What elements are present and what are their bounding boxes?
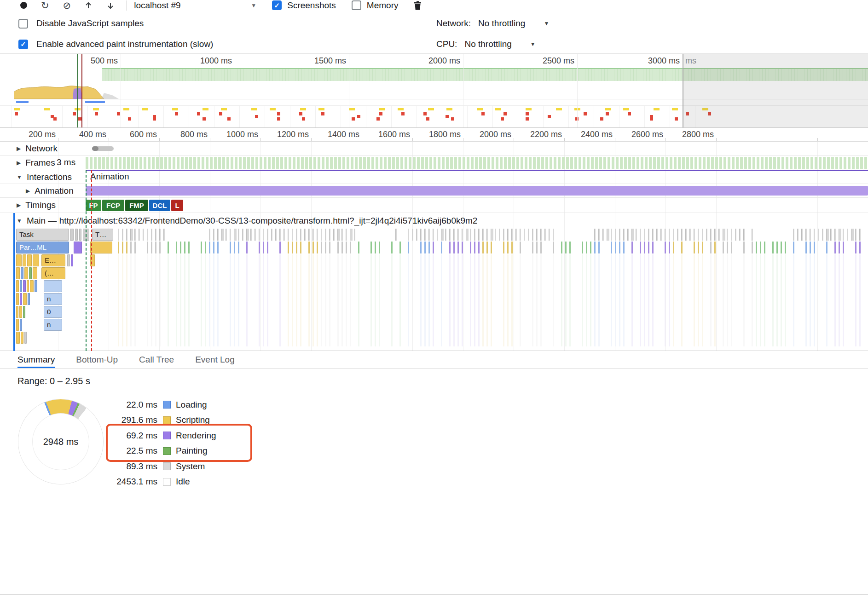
flame-event-tick[interactable] [213, 242, 214, 253]
expand-arrow-icon[interactable]: ▶ [26, 188, 30, 194]
flame-task-tick[interactable] [710, 229, 712, 241]
flame-mini-bar[interactable] [21, 332, 23, 344]
timing-badge-fmp[interactable]: FMP [125, 200, 148, 211]
flame-event-tick[interactable] [553, 242, 554, 253]
flame-task-tick[interactable] [420, 229, 422, 241]
flame-event-tick[interactable] [234, 242, 235, 253]
flame-task-tick[interactable] [640, 229, 641, 241]
flame-task-tick[interactable] [636, 229, 637, 241]
flame-task-tick[interactable] [445, 229, 446, 241]
tab-summary[interactable]: Summary [17, 351, 55, 368]
screenshot-thumbnail[interactable] [62, 106, 87, 128]
flame-event-tick[interactable] [292, 242, 293, 253]
flame-task-tick[interactable] [354, 229, 355, 241]
flame-task-tick[interactable] [312, 229, 314, 241]
flame-event-tick[interactable] [180, 242, 181, 253]
screenshot-thumbnail[interactable] [37, 106, 62, 128]
flame-event-tick[interactable] [126, 242, 127, 253]
flame-task-tick[interactable] [416, 229, 417, 241]
flame-task-tick[interactable] [122, 229, 123, 241]
flame-event-tick[interactable] [859, 242, 861, 253]
flame-task-tick[interactable] [337, 229, 340, 241]
flame-mini-bar[interactable] [35, 280, 37, 292]
flame-mini-bar[interactable] [28, 293, 30, 305]
flame-event-tick[interactable] [312, 242, 314, 253]
flame-event-tick[interactable] [350, 242, 351, 253]
screenshots-checkbox[interactable]: ✓ [272, 0, 282, 10]
reload-icon[interactable]: ↻ [41, 0, 49, 10]
flame-event-tick[interactable] [482, 242, 484, 253]
flame-task-tick[interactable] [685, 229, 687, 241]
flame-event-tick[interactable] [428, 242, 430, 253]
flame-task-tick[interactable] [631, 229, 634, 241]
flame-task-tick[interactable] [470, 229, 471, 241]
flame-task-tick[interactable] [482, 229, 484, 241]
track-main-header[interactable]: ▼Main — http://localhost:63342/FrontendD… [0, 213, 868, 229]
flame-task-tick[interactable] [673, 229, 674, 241]
tab-call-tree[interactable]: Call Tree [139, 351, 174, 368]
animation-bar[interactable] [86, 186, 868, 196]
flame-task-tick[interactable] [540, 229, 542, 241]
flame-parse-html-bar[interactable]: Par…ML [16, 242, 69, 253]
flame-event-tick[interactable] [238, 242, 239, 253]
flame-event-tick[interactable] [267, 242, 268, 253]
flame-task-tick[interactable] [656, 229, 658, 241]
flame-task-tick[interactable] [478, 229, 480, 241]
flame-event-tick[interactable] [391, 242, 393, 253]
flame-mini-bar[interactable] [67, 254, 70, 266]
flame-task-tick[interactable] [217, 229, 219, 241]
flame-event-tick[interactable] [756, 242, 757, 253]
flame-task-tick[interactable] [602, 229, 604, 241]
flame-event-tick[interactable] [279, 242, 281, 253]
flame-mini-bar[interactable] [23, 280, 26, 292]
flame-task-tick[interactable] [441, 229, 444, 241]
flame-task-tick[interactable] [752, 229, 753, 241]
flame-task-tick[interactable] [428, 229, 430, 241]
flame-event-tick[interactable] [752, 242, 753, 253]
flame-event-tick[interactable] [329, 242, 330, 253]
flame-event-tick[interactable] [341, 242, 343, 253]
flame-event-tick[interactable] [644, 242, 645, 253]
flame-task-tick[interactable] [213, 229, 214, 241]
flame-event-tick[interactable] [743, 242, 745, 253]
collapse-arrow-icon[interactable]: ▼ [17, 218, 22, 224]
flame-event-tick[interactable] [631, 242, 633, 253]
flame-task-tick[interactable] [698, 229, 699, 241]
flame-task-tick[interactable] [723, 229, 725, 241]
flame-task-tick[interactable] [822, 229, 823, 241]
flame-task-tick[interactable] [209, 229, 210, 241]
flame-event-tick[interactable] [263, 242, 264, 253]
screenshot-thumbnail[interactable] [391, 106, 417, 128]
flame-event-tick[interactable] [611, 242, 612, 253]
flame-task-tick[interactable] [859, 229, 861, 241]
flame-event-tick[interactable] [834, 242, 836, 253]
flame-task-tick[interactable] [408, 229, 409, 241]
screenshots-toggle[interactable]: ✓ Screenshots [272, 0, 336, 11]
flame-task-tick[interactable] [818, 229, 819, 241]
flame-event-tick[interactable] [134, 242, 136, 253]
flame-mini-bar[interactable] [23, 254, 26, 266]
flame-task-tick[interactable] [503, 229, 504, 241]
flame-task-tick[interactable] [242, 229, 243, 241]
flame-event-tick[interactable] [399, 242, 401, 253]
flame-task-tick[interactable] [615, 229, 616, 241]
flame-task-tick[interactable] [130, 229, 133, 241]
flame-event-tick[interactable] [433, 242, 434, 253]
flame-event-tick[interactable] [176, 242, 177, 253]
flame-event-tick[interactable] [201, 242, 202, 253]
flame-task-tick[interactable] [304, 229, 306, 241]
track-interactions[interactable]: ▼Interactions Animation [0, 170, 868, 184]
flame-task-tick[interactable] [151, 229, 152, 241]
trash-icon[interactable] [414, 1, 422, 10]
flame-task-tick[interactable] [739, 229, 741, 241]
flame-event-tick[interactable] [470, 242, 471, 253]
flame-event-tick[interactable] [118, 242, 119, 253]
flame-mini-bar[interactable] [24, 332, 27, 344]
flame-event-tick[interactable] [731, 242, 732, 253]
flame-task-tick[interactable] [507, 229, 509, 241]
flame-task-tick[interactable] [329, 229, 330, 241]
memory-checkbox[interactable] [352, 0, 361, 10]
screenshot-thumbnail[interactable] [290, 106, 315, 128]
performance-overview[interactable]: 500 ms1000 ms1500 ms2000 ms2500 ms3000 m… [0, 53, 868, 128]
flame-task-tick[interactable] [855, 229, 856, 241]
